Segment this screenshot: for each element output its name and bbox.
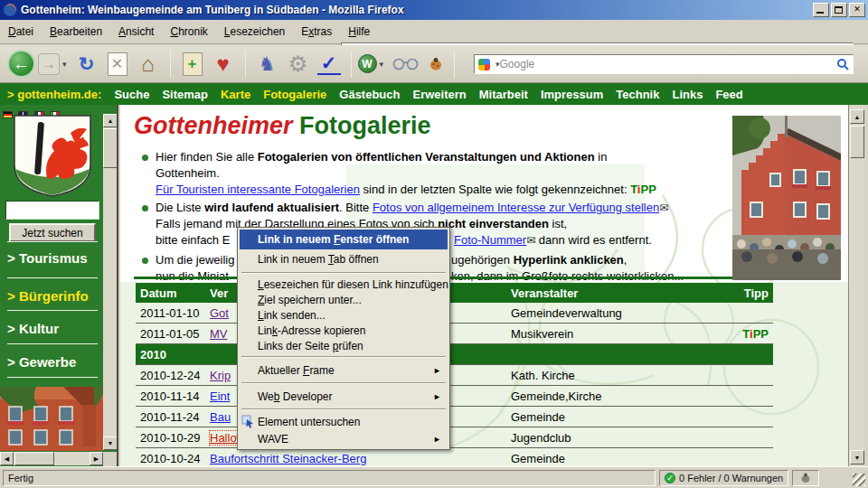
- menu-separator: [241, 272, 446, 274]
- menu-save-target[interactable]: Ziel speichern unter...: [240, 292, 448, 307]
- stop-button[interactable]: ✕: [108, 52, 127, 76]
- addon-status-panel[interactable]: [792, 470, 819, 486]
- menu-open-new-window[interactable]: Link in neuem Fenster öffnen: [240, 230, 448, 249]
- seahorse-addon-button[interactable]: ♞: [256, 52, 279, 76]
- bookmarks-button[interactable]: ♥: [212, 52, 235, 76]
- menu-bookmark-link[interactable]: Lesezeichen für diesen Link hinzufügen: [240, 277, 448, 292]
- nav-fotogalerie[interactable]: Fotogalerie: [263, 88, 326, 101]
- col-tipp: Tipp: [737, 286, 769, 300]
- minimize-button[interactable]: [813, 3, 829, 17]
- nav-karte[interactable]: Karte: [221, 88, 250, 101]
- gallery-link[interactable]: Eint: [210, 389, 230, 403]
- nav-feed[interactable]: Feed: [715, 88, 742, 101]
- menu-ansicht[interactable]: Ansicht: [110, 23, 162, 41]
- validator-button[interactable]: ✓: [317, 53, 341, 75]
- menu-chronik[interactable]: Chronik: [162, 23, 215, 41]
- menu-current-frame[interactable]: Aktueller Frame ►: [240, 361, 448, 380]
- home-button[interactable]: ⌂: [137, 52, 160, 76]
- nav-mitarbeit[interactable]: Mitarbeit: [479, 88, 528, 101]
- intro-line-fragment: bitte einfach E: [156, 233, 230, 247]
- page-title: Gottenheimer Fotogalerie: [134, 112, 431, 140]
- status-message: Fertig: [3, 470, 656, 486]
- nav-suche[interactable]: Suche: [114, 88, 149, 101]
- toolbar-separator: [170, 51, 171, 78]
- menu-bar: Datei Bearbeiten Ansicht Chronik Lesezei…: [0, 20, 868, 44]
- menu-lesezeichen[interactable]: Lesezeichen: [216, 23, 293, 41]
- fotos-einreichen-link[interactable]: Fotos von allgemeinem Interesse zur Verf…: [373, 201, 659, 214]
- gallery-link[interactable]: MV: [210, 327, 228, 341]
- maximize-button[interactable]: [831, 3, 847, 17]
- w-icon: W: [362, 55, 372, 73]
- scroll-thumb[interactable]: [850, 126, 864, 158]
- menu-copy-link-address[interactable]: Link-Adresse kopieren: [240, 323, 448, 338]
- menu-wave[interactable]: WAVE ►: [240, 430, 448, 447]
- search-icon[interactable]: [836, 58, 849, 70]
- menu-hilfe[interactable]: Hilfe: [340, 23, 378, 41]
- new-tab-button[interactable]: +: [183, 52, 203, 76]
- ladybug-addon-button[interactable]: [429, 57, 443, 71]
- sidebar-item-tourismus[interactable]: > Tourismus: [7, 250, 88, 266]
- gallery-link[interactable]: Got: [210, 306, 229, 320]
- touristen-link[interactable]: Für Touristen interessante Fotogalerien: [156, 183, 360, 196]
- search-box[interactable]: ▾: [474, 54, 854, 74]
- gallery-link[interactable]: Bau: [210, 410, 231, 424]
- reload-button[interactable]: ↻: [75, 52, 99, 76]
- nav-links[interactable]: Links: [672, 88, 703, 101]
- menu-extras[interactable]: Extras: [293, 23, 340, 41]
- nav-impressum[interactable]: Impressum: [541, 88, 603, 101]
- webdeveloper-dropdown-icon[interactable]: ▾: [380, 60, 384, 69]
- scroll-right-icon[interactable]: ▶: [90, 452, 103, 465]
- heart-icon: ♥: [216, 52, 229, 76]
- menu-check-page-links[interactable]: Links der Seite prüfen: [240, 338, 448, 353]
- google-engine-icon[interactable]: [478, 59, 490, 70]
- scroll-up-icon[interactable]: ▲: [103, 114, 118, 127]
- close-button[interactable]: ✕: [849, 3, 865, 17]
- nav-technik[interactable]: Technik: [616, 88, 659, 101]
- gallery-link[interactable]: Krip: [210, 369, 231, 382]
- menu-datei[interactable]: Datei: [0, 23, 42, 41]
- scroll-up-icon[interactable]: ▲: [850, 109, 864, 124]
- table-row: 2010-10-24 Baufortschritt Steinacker-Ber…: [136, 448, 773, 466]
- foto-nummer-link[interactable]: Foto-Nummer: [454, 233, 526, 247]
- sidebar-item-kultur[interactable]: > Kultur: [7, 321, 59, 336]
- history-dropdown-icon[interactable]: ▾: [62, 60, 67, 69]
- gallery-link[interactable]: Baufortschritt Steinacker-Berg: [210, 452, 366, 465]
- menu-bearbeiten[interactable]: Bearbeiten: [42, 23, 110, 41]
- scroll-left-icon[interactable]: ◀: [0, 452, 14, 465]
- menu-inspect-element[interactable]: Element untersuchen: [240, 413, 448, 430]
- sidebar-item-buergerinfo[interactable]: > Bürgerinfo: [7, 288, 89, 304]
- nav-erweitern[interactable]: Erweitern: [412, 88, 466, 101]
- scroll-thumb[interactable]: [103, 128, 118, 168]
- main-vertical-scrollbar[interactable]: ▲ ▼: [848, 105, 864, 466]
- scrollbar-corner: [103, 452, 118, 466]
- nav-sitemap[interactable]: Sitemap: [162, 88, 208, 101]
- nav-gaestebuch[interactable]: Gästebuch: [339, 88, 400, 101]
- sidebar-search-button[interactable]: Jetzt suchen: [9, 223, 96, 242]
- sidebar-search-input[interactable]: [5, 201, 99, 220]
- back-icon: ←: [13, 52, 30, 76]
- menu-open-new-tab[interactable]: Link in neuem Tab öffnen: [240, 249, 448, 269]
- page-title-green: Fotogalerie: [293, 112, 431, 139]
- intro-line-fragment: Foto-Nummer✉ dann wird es entfernt.: [454, 233, 652, 247]
- seahorse-icon: ♞: [259, 52, 276, 76]
- title-bar[interactable]: Gottenheim: Weinbaugemeinde am Tuniberg …: [0, 0, 868, 20]
- back-button[interactable]: ←: [7, 50, 35, 78]
- error-console-panel[interactable]: ✓ 0 Fehler / 0 Warnungen: [659, 470, 788, 486]
- glasses-icon-button[interactable]: [392, 57, 420, 71]
- forward-button[interactable]: →: [38, 53, 60, 75]
- sidebar-vertical-scrollbar[interactable]: ▲ ▼: [103, 114, 118, 450]
- sidebar-divider: [7, 310, 98, 311]
- scroll-down-icon[interactable]: ▼: [103, 436, 118, 450]
- menu-send-link[interactable]: Link senden...: [240, 307, 448, 323]
- scroll-down-icon[interactable]: ▼: [850, 450, 864, 465]
- search-input[interactable]: [500, 58, 836, 70]
- settings-button[interactable]: ⚙: [287, 52, 310, 76]
- bullet-icon: [142, 205, 148, 211]
- intro-line: Hier finden Sie alle Fotogalerien von öf…: [156, 150, 607, 164]
- menu-web-developer[interactable]: Web Developer ►: [240, 387, 448, 406]
- scroll-thumb[interactable]: [14, 452, 54, 465]
- resize-grip-icon[interactable]: [853, 474, 865, 486]
- sidebar-item-gewerbe[interactable]: > Gewerbe: [7, 354, 76, 370]
- webdeveloper-button[interactable]: W: [358, 54, 377, 73]
- sidebar-horizontal-scrollbar[interactable]: ◀ ▶: [0, 452, 103, 465]
